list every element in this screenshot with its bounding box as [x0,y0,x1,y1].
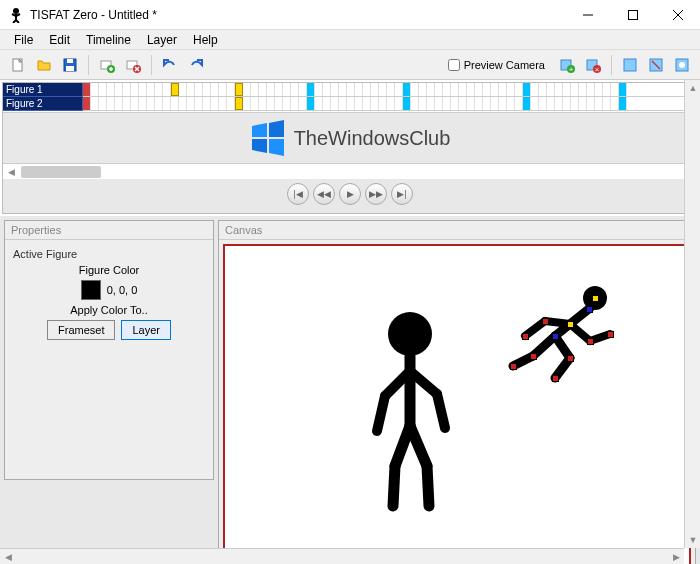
svg-marker-34 [269,120,284,137]
add-layer-button[interactable] [95,53,119,77]
scroll-up-icon[interactable]: ▲ [685,80,700,96]
menu-edit[interactable]: Edit [41,31,78,49]
timeline-frames-area[interactable] [83,83,697,112]
open-file-button[interactable] [32,53,56,77]
edit-node[interactable] [542,318,549,325]
figure-color-swatch[interactable] [81,280,101,300]
canvas-panel-title: Canvas [219,221,695,240]
undo-button[interactable] [158,53,182,77]
playback-prev-button[interactable]: ◀◀ [313,183,335,205]
svg-rect-13 [66,66,74,71]
view-button-3[interactable] [670,53,694,77]
playback-first-button[interactable]: |◀ [287,183,309,205]
watermark-text: TheWindowsClub [294,127,451,150]
edit-node[interactable] [552,333,559,340]
camera-remove-button[interactable]: × [581,53,605,77]
menu-file[interactable]: File [6,31,41,49]
svg-rect-12 [67,59,73,63]
edit-node[interactable] [586,306,593,313]
redo-button[interactable] [184,53,208,77]
preview-camera-checkbox[interactable] [448,59,460,71]
edit-node[interactable] [567,355,574,362]
edit-node[interactable] [522,333,529,340]
figure-color-value: 0, 0, 0 [107,284,138,296]
edit-node[interactable] [567,321,574,328]
app-icon [8,7,24,23]
windows-logo-icon [250,120,286,156]
toolbar: Preview Camera + × [0,50,700,80]
scroll-left-icon[interactable]: ◀ [0,549,16,565]
apply-color-label: Apply Color To.. [11,304,207,316]
window-minimize-button[interactable] [565,0,610,30]
edit-node[interactable] [552,375,559,382]
svg-text:+: + [569,65,574,73]
edit-node[interactable] [530,353,537,360]
window-vertical-scrollbar[interactable]: ▲ ▼ [684,80,700,548]
svg-rect-7 [628,10,637,19]
view-button-2[interactable] [644,53,668,77]
scroll-right-icon[interactable]: ▶ [668,549,684,565]
camera-add-button[interactable]: + [555,53,579,77]
window-close-button[interactable] [655,0,700,30]
new-file-button[interactable] [6,53,30,77]
canvas-area[interactable] [223,244,691,564]
stick-figure-1[interactable] [365,306,485,526]
svg-point-0 [13,8,19,14]
svg-line-40 [377,396,385,431]
svg-line-44 [393,466,395,506]
edit-node[interactable] [510,363,517,370]
preview-camera-toggle[interactable]: Preview Camera [448,59,545,71]
window-titlebar: TISFAT Zero - Untitled * [0,0,700,30]
menu-help[interactable]: Help [185,31,226,49]
scroll-thumb[interactable] [21,166,101,178]
svg-marker-33 [252,123,267,137]
svg-line-46 [427,466,429,506]
svg-marker-35 [252,139,267,153]
playback-last-button[interactable]: ▶| [391,183,413,205]
toolbar-separator [151,55,152,75]
scroll-down-icon[interactable]: ▼ [685,532,700,548]
svg-line-45 [410,426,427,466]
svg-point-37 [388,312,432,356]
frameset-button[interactable]: Frameset [47,320,115,340]
edit-node[interactable] [592,295,599,302]
menubar: File Edit Timeline Layer Help [0,30,700,50]
svg-line-5 [16,20,19,23]
timeline-scrollbar[interactable]: ◀ ▶ [3,163,697,179]
preview-camera-label: Preview Camera [464,59,545,71]
menu-timeline[interactable]: Timeline [78,31,139,49]
watermark: TheWindowsClub [3,113,697,163]
save-file-button[interactable] [58,53,82,77]
playback-play-button[interactable]: ▶ [339,183,361,205]
view-button-1[interactable] [618,53,642,77]
timeline-layer-label[interactable]: Figure 2 [3,97,83,111]
window-maximize-button[interactable] [610,0,655,30]
svg-point-32 [679,62,685,68]
properties-panel-title: Properties [5,221,213,240]
layer-button[interactable]: Layer [121,320,171,340]
timeline-panel: Figure 1 Figure 2 TheWindowsClub ◀ ▶ |◀ … [2,82,698,214]
window-horizontal-scrollbar[interactable]: ◀ ▶ [0,548,684,564]
svg-rect-28 [624,59,636,71]
playback-next-button[interactable]: ▶▶ [365,183,387,205]
scroll-left-icon[interactable]: ◀ [3,164,19,180]
toolbar-separator [611,55,612,75]
toolbar-separator [88,55,89,75]
figure-color-label: Figure Color [11,264,207,276]
playback-controls: |◀ ◀◀ ▶ ▶▶ ▶| [3,179,697,209]
svg-marker-36 [269,139,284,156]
window-title: TISFAT Zero - Untitled * [30,8,565,22]
edit-node[interactable] [587,338,594,345]
remove-layer-button[interactable] [121,53,145,77]
svg-text:×: × [595,65,600,73]
properties-panel: Properties Active Figure Figure Color 0,… [4,220,214,480]
timeline-layer-label[interactable]: Figure 1 [3,83,83,97]
active-figure-label: Active Figure [13,248,207,260]
canvas-panel: Canvas [218,220,696,564]
edit-node[interactable] [607,331,614,338]
timeline-grid[interactable]: Figure 1 Figure 2 [3,83,697,113]
svg-line-42 [437,394,445,428]
timeline-frames-row[interactable] [83,97,697,111]
timeline-frames-row[interactable] [83,83,697,97]
menu-layer[interactable]: Layer [139,31,185,49]
